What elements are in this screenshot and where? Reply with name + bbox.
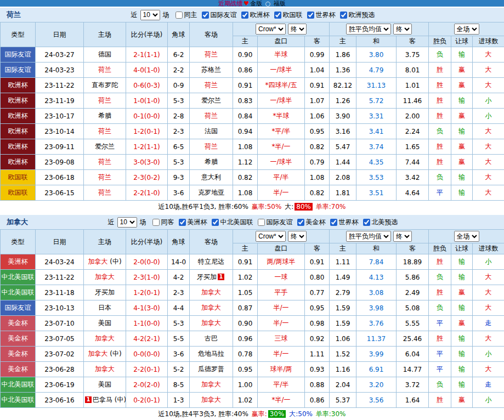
goals-result: 大 bbox=[473, 124, 504, 139]
scope-select[interactable]: 全场 bbox=[454, 231, 479, 242]
team-name: 加拿大 bbox=[201, 288, 221, 296]
sub-header-odds-away: 客 bbox=[305, 36, 330, 47]
corners: 0-9 bbox=[168, 78, 190, 93]
odds-final-select[interactable]: 终 bbox=[288, 231, 307, 242]
handicap: 三球 bbox=[258, 331, 305, 347]
odds-source-select[interactable]: Crow* bbox=[256, 24, 286, 35]
odds-final-select[interactable]: 终 bbox=[288, 24, 307, 35]
league-badge: 国际友谊 bbox=[1, 300, 36, 316]
filter-checkbox[interactable] bbox=[258, 219, 265, 226]
filter-同主[interactable]: 同主 bbox=[175, 10, 197, 20]
filter-checkbox[interactable] bbox=[202, 12, 209, 19]
filter-北美预选[interactable]: 北美预选 bbox=[363, 218, 398, 227]
filter-checkbox[interactable] bbox=[307, 12, 314, 19]
avg-draw: 3.98 bbox=[356, 300, 397, 316]
gold-version-link[interactable]: 金版 bbox=[250, 0, 262, 7]
filter-checkbox[interactable] bbox=[363, 219, 370, 226]
games-label: 场 bbox=[140, 218, 146, 227]
filter-同客[interactable]: 同客 bbox=[152, 218, 174, 227]
avg-draw: 4.79 bbox=[356, 63, 397, 78]
sub-header-let-ball: 让球 bbox=[451, 243, 473, 254]
red-card-badge: 1 bbox=[85, 396, 92, 403]
filter-checkbox[interactable] bbox=[175, 12, 183, 19]
match-date: 23-09-11 bbox=[36, 139, 84, 155]
league-badge: 欧国联 bbox=[1, 185, 36, 201]
sub-header-odds-home: 主 bbox=[233, 243, 258, 254]
sub-header-result: 胜负 bbox=[429, 243, 451, 254]
matches-table: 类型 日期 主场 比分(半场) 角球 客场 Crow*终 胜平负均值终 全场 主… bbox=[0, 22, 504, 201]
team-name: 加拿大 bbox=[95, 365, 115, 373]
filter-label: 美金杯 bbox=[306, 218, 326, 227]
avg-home: 82.12 bbox=[330, 78, 356, 93]
odds-source-select[interactable]: Crow* bbox=[256, 231, 286, 242]
avg-home: 1.36 bbox=[330, 63, 356, 78]
match-date: 24-03-27 bbox=[36, 47, 84, 63]
corners: 5-3 bbox=[168, 155, 190, 170]
avg-header-cell: 胜平负均值终 bbox=[330, 22, 429, 36]
filter-checkbox[interactable] bbox=[241, 12, 248, 19]
avg-draw: 3.51 bbox=[356, 185, 397, 201]
team-name: 加拿大 bbox=[201, 381, 221, 388]
filter-checkbox[interactable] bbox=[179, 219, 186, 226]
odds-header-cell: Crow*终 bbox=[233, 22, 330, 36]
filter-美金杯[interactable]: 美金杯 bbox=[297, 218, 326, 227]
team-title: 加拿大 bbox=[7, 217, 28, 227]
filter-checkbox[interactable] bbox=[212, 219, 219, 226]
filter-checkbox[interactable] bbox=[340, 12, 347, 19]
avg-away: 3.72 bbox=[397, 377, 429, 393]
let-result: 赢 bbox=[451, 78, 473, 93]
handicap: *半/一 bbox=[258, 139, 305, 155]
scope-select[interactable]: 全场 bbox=[454, 24, 479, 35]
filter-世界杯[interactable]: 世界杯 bbox=[307, 10, 336, 20]
filter-欧洲杯[interactable]: 欧洲杯 bbox=[241, 10, 270, 20]
sub-header-handicap: 盘口 bbox=[258, 36, 305, 47]
match-count-select[interactable]: 10 bbox=[117, 217, 137, 228]
odds-home: 0.84 bbox=[233, 109, 258, 124]
away-team: 加拿大 bbox=[190, 393, 233, 408]
goals-result: 大 bbox=[473, 139, 504, 155]
filter-国际友谊[interactable]: 国际友谊 bbox=[258, 218, 293, 227]
league-badge: 欧洲杯 bbox=[1, 93, 36, 109]
fu-version-link[interactable]: 福版 bbox=[274, 0, 286, 7]
result: 胜 bbox=[429, 78, 451, 93]
avg-type-select[interactable]: 胜平负均值 bbox=[346, 24, 391, 35]
league-badge: 欧洲杯 bbox=[1, 78, 36, 93]
filter-国际友谊[interactable]: 国际友谊 bbox=[202, 10, 237, 20]
handicap: 半/一 bbox=[258, 347, 305, 362]
away-team: 克罗地亚 bbox=[190, 185, 233, 201]
filter-checkbox[interactable] bbox=[274, 12, 281, 19]
team-name: 直布罗陀 bbox=[92, 81, 118, 89]
avg-type-select[interactable]: 胜平负均值 bbox=[346, 231, 391, 242]
avg-draw: 3.53 bbox=[356, 170, 397, 185]
col-header-home: 主场 bbox=[84, 22, 126, 47]
let-result: 输 bbox=[451, 377, 473, 393]
handicap: 平/半 bbox=[258, 377, 305, 393]
corners: 5-3 bbox=[168, 316, 190, 331]
team-name: 荷兰 bbox=[98, 97, 111, 104]
filter-checkbox[interactable] bbox=[152, 219, 160, 226]
handicap: 一/球半 bbox=[258, 155, 305, 170]
team-name: 荷兰 bbox=[205, 50, 218, 58]
filter-checkbox[interactable] bbox=[330, 219, 337, 226]
match-row: 国际友谊24-03-23荷兰4-0(1-0)2-2苏格兰0.86一/球半1.04… bbox=[1, 63, 504, 78]
filter-欧国联[interactable]: 欧国联 bbox=[274, 10, 303, 20]
filter-checkbox[interactable] bbox=[297, 219, 304, 226]
score: 4-0(1-0) bbox=[126, 63, 168, 78]
match-count-select[interactable]: 10 bbox=[140, 10, 160, 20]
sub-header-let-ball: 让球 bbox=[451, 36, 473, 47]
result: 负 bbox=[429, 47, 451, 63]
odds-home: 0.78 bbox=[233, 347, 258, 362]
score: 1-2(0-1) bbox=[126, 285, 168, 300]
filter-欧洲预选[interactable]: 欧洲预选 bbox=[340, 10, 375, 20]
filter-世界杯[interactable]: 世界杯 bbox=[330, 218, 359, 227]
avg-final-select[interactable]: 终 bbox=[393, 24, 412, 35]
avg-final-select[interactable]: 终 bbox=[393, 231, 412, 242]
handicap: *半/一 bbox=[258, 393, 305, 408]
home-team: 荷兰 bbox=[84, 63, 126, 78]
handicap: 一/球半 bbox=[258, 93, 305, 109]
sub-header-avg-home: 主 bbox=[330, 243, 356, 254]
filter-美洲杯[interactable]: 美洲杯 bbox=[179, 218, 207, 227]
col-header-date: 日期 bbox=[36, 230, 84, 254]
result: 平 bbox=[429, 362, 451, 377]
filter-中北美国联[interactable]: 中北美国联 bbox=[212, 218, 253, 227]
